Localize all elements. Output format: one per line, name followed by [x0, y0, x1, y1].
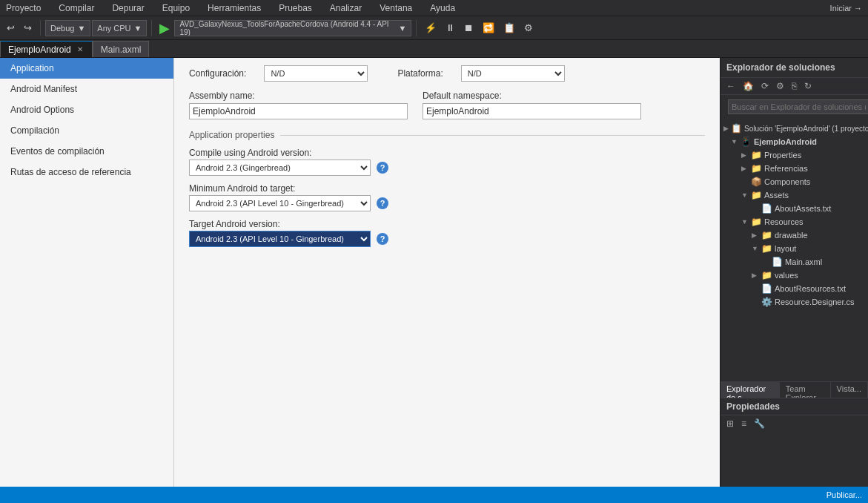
min-help-icon[interactable]: ?	[377, 197, 388, 209]
rp-tab-vista[interactable]: Vista...	[831, 382, 868, 398]
rp-home-btn[interactable]: 🏠	[740, 79, 757, 93]
tree-item-values[interactable]: ▶ 📁 values	[720, 269, 868, 282]
solution-explorer-header: Explorador de soluciones	[720, 58, 868, 78]
config-section-select[interactable]: N/D	[264, 65, 368, 82]
assembly-input[interactable]	[189, 103, 408, 119]
platform-label: Any CPU	[97, 24, 130, 33]
compile-select[interactable]: Android 2.3 (Gingerbread)	[189, 160, 371, 176]
min-select[interactable]: Android 2.3 (API Level 10 - Gingerbread)	[189, 195, 371, 211]
tree-item-resources[interactable]: ▼ 📁 Resources	[720, 215, 868, 229]
device-dropdown[interactable]: AVD_GalaxyNexus_ToolsForApacheCordova (A…	[174, 20, 411, 36]
props-btn-2[interactable]: ≡	[738, 417, 749, 430]
tree-label-comp: Components	[764, 177, 810, 186]
props-header: Propiedades	[720, 398, 868, 415]
tree-item-components[interactable]: ▶ 📦 Components	[720, 175, 868, 188]
tree-item-0[interactable]: ▶ 📋 Solución 'EjemploAndroid' (1 proyect…	[720, 122, 868, 135]
tab-close-0[interactable]: ✕	[76, 45, 85, 54]
tree-arrow-draw: ▶	[752, 231, 759, 239]
tree-label-0: Solución 'EjemploAndroid' (1 proyecto)	[744, 125, 868, 133]
menu-ayuda[interactable]: Ayuda	[427, 1, 458, 15]
platform-section-select[interactable]: N/D	[461, 65, 565, 82]
tree-item-mainaxml[interactable]: ▶ 📄 Main.axml	[720, 255, 868, 269]
platform-arrow-icon: ▼	[134, 24, 142, 33]
menu-depurar[interactable]: Depurar	[109, 1, 147, 15]
tab-label-0: EjemploAndroid	[8, 45, 71, 55]
nav-rutas[interactable]: Rutas de acceso de referencia	[0, 162, 173, 183]
undo-button[interactable]: ↩	[3, 20, 19, 36]
tree-label-props: Properties	[764, 151, 801, 160]
props-btn-3[interactable]: 🔧	[751, 417, 768, 430]
menu-ventana[interactable]: Ventana	[377, 1, 415, 15]
right-panel: Explorador de soluciones ← 🏠 ⟳ ⚙ ⎘ ↻ ▶ 📋…	[720, 58, 868, 487]
namespace-input[interactable]	[423, 103, 641, 119]
config-dropdown[interactable]: Debug ▼	[45, 20, 90, 36]
menu-analizar[interactable]: Analizar	[327, 1, 365, 15]
tree-arrow-0: ▶	[723, 125, 729, 132]
tab-ejemploandroid[interactable]: EjemploAndroid ✕	[0, 41, 93, 57]
tree-item-aboutassets[interactable]: ▶ 📄 AboutAssets.txt	[720, 202, 868, 215]
tree-item-resource-designer[interactable]: ▶ ⚙️ Resource.Designer.cs	[720, 295, 868, 309]
toolbar-btn-3[interactable]: ⏹	[460, 20, 477, 36]
solution-tree: ▶ 📋 Solución 'EjemploAndroid' (1 proyect…	[720, 119, 868, 381]
assembly-label: Assembly name:	[189, 91, 408, 101]
rp-tab-explorer[interactable]: Explorador de s...	[720, 382, 780, 398]
nav-compilacion[interactable]: Compilación	[0, 120, 173, 141]
device-arrow-icon: ▼	[399, 24, 407, 33]
target-help-icon[interactable]: ?	[377, 233, 388, 245]
compile-label: Compile using Android version:	[189, 148, 705, 158]
tree-item-aboutresources[interactable]: ▶ 📄 AboutResources.txt	[720, 282, 868, 295]
rp-sync-btn[interactable]: ⟳	[758, 79, 772, 93]
tree-icon-assets: 📁	[751, 190, 762, 200]
menu-equipo[interactable]: Equipo	[159, 1, 193, 15]
tree-item-assets[interactable]: ▼ 📁 Assets	[720, 188, 868, 202]
toolbar-btn-2[interactable]: ⏸	[442, 20, 459, 36]
toolbar-extra-buttons: ⚡ ⏸ ⏹ 🔁 📋 ⚙	[421, 20, 537, 36]
redo-button[interactable]: ↪	[20, 20, 36, 36]
menu-compilar[interactable]: Compilar	[56, 1, 97, 15]
platform-dropdown[interactable]: Any CPU ▼	[92, 20, 147, 36]
tree-icon-1: 📱	[741, 137, 752, 147]
compile-help-icon[interactable]: ?	[377, 162, 388, 174]
rp-settings-btn[interactable]: ⚙	[773, 79, 787, 93]
start-button[interactable]: Iniciar →	[827, 2, 865, 14]
menu-pruebas[interactable]: Pruebas	[276, 1, 315, 15]
toolbar-btn-4[interactable]: 🔁	[479, 20, 498, 36]
nav-android-options[interactable]: Android Options	[0, 99, 173, 120]
toolbar-btn-5[interactable]: 📋	[500, 20, 519, 36]
tab-mainaxml[interactable]: Main.axml	[93, 41, 150, 57]
tree-icon-lay: 📁	[761, 243, 772, 254]
toolbar-btn-1[interactable]: ⚡	[421, 20, 440, 36]
tree-icon-draw: 📁	[761, 230, 772, 240]
tree-item-properties[interactable]: ▶ 📁 Properties	[720, 148, 868, 162]
config-section-label: Configuración:	[189, 68, 246, 79]
tree-item-drawable[interactable]: ▶ 📁 drawable	[720, 229, 868, 242]
solution-search-input[interactable]	[728, 99, 868, 114]
target-help-row: Android 2.3 (API Level 10 - Gingerbread)…	[189, 231, 705, 247]
device-label: AVD_GalaxyNexus_ToolsForApacheCordova (A…	[179, 20, 395, 36]
rp-back-btn[interactable]: ←	[723, 79, 738, 93]
tab-label-1: Main.axml	[101, 45, 142, 55]
sidebar-nav: Application Android Manifest Android Opt…	[0, 58, 174, 487]
props-btn-1[interactable]: ⊞	[723, 417, 737, 430]
target-select[interactable]: Android 2.3 (API Level 10 - Gingerbread)	[189, 231, 371, 247]
tree-label-ar: AboutResources.txt	[775, 284, 846, 293]
run-button[interactable]: ▶	[156, 20, 173, 36]
menu-herramientas[interactable]: Herramientas	[205, 1, 264, 15]
tree-item-layout[interactable]: ▼ 📁 layout	[720, 242, 868, 255]
tree-label-lay: layout	[775, 244, 796, 253]
nav-application[interactable]: Application	[0, 58, 173, 79]
min-label: Minimum Android to target:	[189, 183, 705, 194]
nav-eventos[interactable]: Eventos de compilación	[0, 141, 173, 162]
tree-item-1[interactable]: ▼ 📱 EjemploAndroid	[720, 135, 868, 148]
rp-copy-btn[interactable]: ⎘	[789, 79, 800, 93]
tree-icon-comp: 📦	[751, 177, 762, 187]
toolbar-btn-6[interactable]: ⚙	[520, 20, 537, 36]
config-arrow-icon: ▼	[77, 24, 85, 33]
menu-proyecto[interactable]: Proyecto	[3, 1, 44, 15]
tree-arrow-props: ▶	[741, 151, 749, 159]
tree-item-referencias[interactable]: ▶ 📁 Referencias	[720, 162, 868, 175]
tree-label-rd: Resource.Designer.cs	[775, 297, 855, 306]
rp-refresh-btn[interactable]: ↻	[801, 79, 815, 93]
nav-android-manifest[interactable]: Android Manifest	[0, 79, 173, 99]
rp-tab-team[interactable]: Team Explorer	[780, 382, 831, 398]
